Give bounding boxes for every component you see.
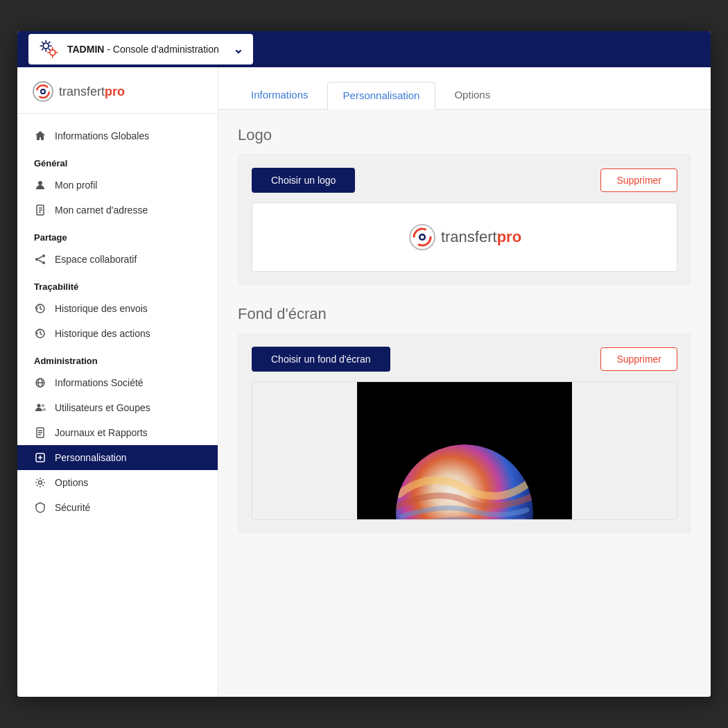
globe-icon [34, 376, 46, 389]
gear-icon [38, 38, 60, 60]
fond-center-panel [357, 382, 572, 519]
delete-logo-button[interactable]: Supprimer [600, 168, 677, 192]
person-icon [34, 179, 46, 191]
sidebar-label: Historique des actions [55, 328, 150, 339]
top-bar: TADMIN - Console d'administration ⌄ [17, 31, 711, 67]
svg-point-1 [50, 50, 55, 55]
fond-left-panel [252, 382, 357, 519]
share-icon [34, 253, 46, 266]
logo-preview-text: transfertpro [441, 228, 521, 246]
sidebar-item-options[interactable]: Options [17, 470, 218, 495]
tab-personnalisation[interactable]: Personnalisation [327, 82, 436, 110]
sidebar-label: Informations Société [55, 377, 144, 388]
sidebar-label: Mon profil [55, 180, 97, 191]
transfertpro-logo-preview: transfertpro [408, 223, 521, 252]
history-icon [34, 302, 46, 315]
svg-point-6 [38, 181, 42, 185]
app-container: TADMIN - Console d'administration ⌄ t [17, 31, 711, 697]
svg-point-11 [42, 254, 45, 257]
sidebar-label: Historique des envois [55, 303, 148, 314]
sidebar-label: Utilisateurs et Goupes [55, 402, 150, 413]
sidebar: transfertpro Informations Globales Génér… [17, 67, 218, 697]
sidebar-label: Mon carnet d'adresse [55, 205, 148, 216]
sidebar-label: Informations Globales [55, 130, 149, 141]
logo-section-title: Logo [238, 126, 691, 144]
svg-point-30 [39, 481, 42, 485]
svg-point-21 [37, 404, 41, 408]
history-actions-icon [34, 327, 46, 340]
section-label-general: Général [17, 148, 218, 173]
sidebar-item-espace-collaboratif[interactable]: Espace collaboratif [17, 247, 218, 272]
svg-point-34 [420, 236, 424, 239]
svg-point-22 [42, 404, 44, 407]
sidebar-item-mon-carnet[interactable]: Mon carnet d'adresse [17, 198, 218, 223]
top-bar-title: TADMIN - Console d'administration [67, 44, 219, 55]
tab-options[interactable]: Options [438, 81, 506, 109]
delete-fond-button[interactable]: Supprimer [600, 347, 677, 371]
sidebar-label: Journaux et Rapports [55, 427, 148, 438]
fond-section-card: Choisir un fond d'écran Supprimer [238, 333, 691, 534]
logo-preview: transfertpro [252, 202, 677, 272]
tab-informations[interactable]: Informations [235, 81, 324, 109]
tabs-bar: Informations Personnalisation Options [218, 67, 711, 110]
svg-point-0 [43, 43, 49, 49]
svg-point-13 [42, 261, 45, 264]
fond-section-title: Fond d'écran [238, 305, 691, 323]
svg-point-12 [35, 258, 38, 261]
planet-illustration [357, 395, 572, 519]
choose-fond-button[interactable]: Choisir un fond d'écran [252, 347, 390, 372]
file-icon [34, 426, 46, 439]
logo-section-card: Choisir un logo Supprimer [238, 154, 691, 286]
sidebar-item-informations-societe[interactable]: Informations Société [17, 370, 218, 395]
top-bar-menu[interactable]: TADMIN - Console d'administration ⌄ [28, 34, 253, 64]
sidebar-logo-text: transfertpro [59, 85, 125, 99]
fond-card-actions: Choisir un fond d'écran Supprimer [252, 347, 677, 372]
sidebar-item-personnalisation[interactable]: Personnalisation [17, 445, 218, 470]
fond-preview [252, 381, 677, 520]
sidebar-item-historique-actions[interactable]: Historique des actions [17, 321, 218, 346]
choose-logo-button[interactable]: Choisir un logo [252, 168, 355, 193]
section-label-tracabilite: Traçabilité [17, 272, 218, 296]
options-gear-icon [34, 476, 46, 489]
section-label-partage: Partage [17, 223, 218, 247]
paint-icon [34, 451, 46, 464]
section-label-administration: Administration [17, 346, 218, 370]
logo-card-actions: Choisir un logo Supprimer [252, 168, 677, 193]
svg-point-37 [396, 444, 533, 519]
svg-line-15 [38, 260, 42, 262]
sidebar-label: Personnalisation [55, 452, 127, 463]
group-icon [34, 401, 46, 414]
logo-ring-icon [31, 80, 55, 103]
svg-point-5 [42, 90, 44, 93]
sidebar-item-informations-globales[interactable]: Informations Globales [17, 123, 218, 148]
shield-icon [34, 501, 46, 514]
home-icon [34, 130, 46, 142]
chevron-down-icon: ⌄ [233, 42, 243, 57]
sidebar-nav: Informations Globales Général Mon profil… [17, 114, 218, 697]
sidebar-label: Options [55, 477, 88, 488]
sidebar-label: Sécurité [55, 502, 90, 513]
main-layout: transfertpro Informations Globales Génér… [17, 67, 711, 697]
main-content: Logo Choisir un logo Supprimer [218, 110, 711, 697]
sidebar-item-journaux-rapports[interactable]: Journaux et Rapports [17, 420, 218, 445]
sidebar-logo: transfertpro [17, 67, 218, 114]
sidebar-item-utilisateurs-goupes[interactable]: Utilisateurs et Goupes [17, 395, 218, 420]
content-area: Informations Personnalisation Options Lo… [218, 67, 711, 697]
logo-preview-ring-icon [408, 223, 437, 252]
sidebar-item-historique-envois[interactable]: Historique des envois [17, 296, 218, 321]
fond-right-panel [572, 382, 677, 519]
sidebar-label: Espace collaboratif [55, 254, 137, 265]
svg-line-14 [38, 257, 42, 259]
sidebar-item-securite[interactable]: Sécurité [17, 495, 218, 520]
sidebar-item-mon-profil[interactable]: Mon profil [17, 173, 218, 198]
contacts-icon [34, 204, 46, 216]
